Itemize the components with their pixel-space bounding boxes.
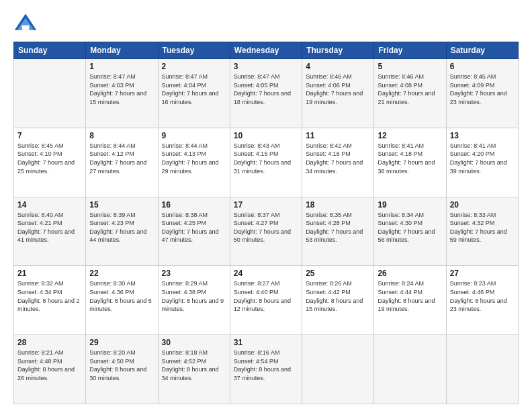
day-info: Sunrise: 8:35 AMSunset: 4:28 PMDaylight:… (306, 211, 370, 244)
calendar-cell: 10Sunrise: 8:43 AMSunset: 4:15 PMDayligh… (230, 128, 302, 197)
day-info: Sunrise: 8:23 AMSunset: 4:46 PMDaylight:… (450, 279, 515, 313)
day-info: Sunrise: 8:46 AMSunset: 4:08 PMDaylight:… (378, 73, 442, 106)
weekday-header: Monday (86, 42, 158, 59)
calendar-cell: 28Sunrise: 8:21 AMSunset: 4:48 PMDayligh… (14, 335, 86, 404)
day-number: 3 (234, 62, 298, 71)
calendar-cell: 16Sunrise: 8:38 AMSunset: 4:25 PMDayligh… (158, 197, 230, 266)
calendar-cell (302, 335, 374, 404)
day-info: Sunrise: 8:47 AMSunset: 4:05 PMDaylight:… (234, 73, 298, 106)
logo-icon (13, 11, 38, 35)
day-info: Sunrise: 8:40 AMSunset: 4:21 PMDaylight:… (17, 211, 82, 244)
day-number: 15 (89, 200, 154, 210)
weekday-header: Wednesday (230, 42, 302, 59)
day-number: 4 (306, 62, 370, 71)
day-info: Sunrise: 8:47 AMSunset: 4:04 PMDaylight:… (162, 73, 226, 106)
weekday-header: Thursday (302, 42, 374, 59)
calendar-cell: 6Sunrise: 8:45 AMSunset: 4:09 PMDaylight… (446, 59, 518, 128)
calendar-cell (374, 335, 446, 404)
calendar-cell: 30Sunrise: 8:18 AMSunset: 4:52 PMDayligh… (158, 335, 230, 404)
day-info: Sunrise: 8:26 AMSunset: 4:42 PMDaylight:… (306, 279, 370, 313)
day-number: 11 (306, 131, 370, 140)
calendar-cell: 19Sunrise: 8:34 AMSunset: 4:30 PMDayligh… (374, 197, 446, 266)
day-info: Sunrise: 8:33 AMSunset: 4:32 PMDaylight:… (450, 211, 515, 244)
day-number: 27 (450, 269, 515, 278)
day-info: Sunrise: 8:46 AMSunset: 4:06 PMDaylight:… (306, 73, 370, 106)
calendar-cell: 13Sunrise: 8:41 AMSunset: 4:20 PMDayligh… (446, 128, 518, 197)
day-info: Sunrise: 8:30 AMSunset: 4:36 PMDaylight:… (89, 279, 154, 313)
day-number: 31 (234, 338, 298, 347)
calendar-cell (446, 335, 518, 404)
calendar-cell: 31Sunrise: 8:16 AMSunset: 4:54 PMDayligh… (230, 335, 302, 404)
calendar-cell: 2Sunrise: 8:47 AMSunset: 4:04 PMDaylight… (158, 59, 230, 128)
day-number: 13 (450, 131, 515, 140)
day-number: 24 (234, 269, 298, 278)
calendar-body: 1Sunrise: 8:47 AMSunset: 4:03 PMDaylight… (14, 59, 519, 404)
day-info: Sunrise: 8:42 AMSunset: 4:16 PMDaylight:… (306, 142, 370, 175)
day-number: 19 (378, 200, 442, 210)
day-info: Sunrise: 8:47 AMSunset: 4:03 PMDaylight:… (89, 73, 154, 106)
day-number: 2 (162, 62, 226, 71)
day-number: 16 (162, 200, 226, 210)
day-info: Sunrise: 8:24 AMSunset: 4:44 PMDaylight:… (378, 279, 442, 313)
calendar-cell: 18Sunrise: 8:35 AMSunset: 4:28 PMDayligh… (302, 197, 374, 266)
day-info: Sunrise: 8:41 AMSunset: 4:18 PMDaylight:… (378, 142, 442, 175)
calendar-cell: 23Sunrise: 8:29 AMSunset: 4:38 PMDayligh… (158, 266, 230, 335)
day-info: Sunrise: 8:41 AMSunset: 4:20 PMDaylight:… (450, 142, 515, 175)
header (13, 11, 519, 35)
day-number: 21 (17, 269, 82, 278)
day-number: 25 (306, 269, 370, 278)
calendar-cell: 25Sunrise: 8:26 AMSunset: 4:42 PMDayligh… (302, 266, 374, 335)
calendar-week: 28Sunrise: 8:21 AMSunset: 4:48 PMDayligh… (14, 335, 519, 404)
day-number: 12 (378, 131, 442, 140)
day-number: 6 (450, 62, 515, 71)
calendar-week: 7Sunrise: 8:45 AMSunset: 4:10 PMDaylight… (14, 128, 519, 197)
day-number: 26 (378, 269, 442, 278)
weekday-header: Saturday (446, 42, 518, 59)
day-number: 29 (89, 338, 154, 347)
calendar-cell: 4Sunrise: 8:46 AMSunset: 4:06 PMDaylight… (302, 59, 374, 128)
page: SundayMondayTuesdayWednesdayThursdayFrid… (0, 0, 532, 411)
day-number: 1 (89, 62, 154, 71)
day-number: 17 (234, 200, 298, 210)
calendar-cell: 1Sunrise: 8:47 AMSunset: 4:03 PMDaylight… (86, 59, 158, 128)
day-info: Sunrise: 8:37 AMSunset: 4:27 PMDaylight:… (234, 211, 298, 244)
weekday-header: Sunday (14, 42, 86, 59)
day-number: 10 (234, 131, 298, 140)
calendar-week: 21Sunrise: 8:32 AMSunset: 4:34 PMDayligh… (14, 266, 519, 335)
calendar-cell: 17Sunrise: 8:37 AMSunset: 4:27 PMDayligh… (230, 197, 302, 266)
day-number: 23 (162, 269, 226, 278)
calendar-cell: 22Sunrise: 8:30 AMSunset: 4:36 PMDayligh… (86, 266, 158, 335)
day-number: 18 (306, 200, 370, 210)
calendar-week: 1Sunrise: 8:47 AMSunset: 4:03 PMDaylight… (14, 59, 519, 128)
calendar-cell: 20Sunrise: 8:33 AMSunset: 4:32 PMDayligh… (446, 197, 518, 266)
day-info: Sunrise: 8:45 AMSunset: 4:09 PMDaylight:… (450, 73, 515, 106)
day-info: Sunrise: 8:44 AMSunset: 4:12 PMDaylight:… (89, 142, 154, 175)
day-number: 14 (17, 200, 82, 210)
day-number: 22 (89, 269, 154, 278)
weekday-row: SundayMondayTuesdayWednesdayThursdayFrid… (14, 42, 519, 59)
calendar-cell: 27Sunrise: 8:23 AMSunset: 4:46 PMDayligh… (446, 266, 518, 335)
day-info: Sunrise: 8:29 AMSunset: 4:38 PMDaylight:… (162, 279, 226, 313)
logo (13, 11, 42, 35)
calendar-header: SundayMondayTuesdayWednesdayThursdayFrid… (14, 42, 519, 59)
calendar-cell: 3Sunrise: 8:47 AMSunset: 4:05 PMDaylight… (230, 59, 302, 128)
day-info: Sunrise: 8:34 AMSunset: 4:30 PMDaylight:… (378, 211, 442, 244)
day-info: Sunrise: 8:45 AMSunset: 4:10 PMDaylight:… (17, 142, 82, 175)
day-info: Sunrise: 8:21 AMSunset: 4:48 PMDaylight:… (17, 349, 82, 382)
calendar-cell: 9Sunrise: 8:44 AMSunset: 4:13 PMDaylight… (158, 128, 230, 197)
day-number: 28 (17, 338, 82, 347)
calendar-week: 14Sunrise: 8:40 AMSunset: 4:21 PMDayligh… (14, 197, 519, 266)
calendar-cell: 5Sunrise: 8:46 AMSunset: 4:08 PMDaylight… (374, 59, 446, 128)
day-info: Sunrise: 8:20 AMSunset: 4:50 PMDaylight:… (89, 349, 154, 382)
weekday-header: Tuesday (158, 42, 230, 59)
calendar-cell: 14Sunrise: 8:40 AMSunset: 4:21 PMDayligh… (14, 197, 86, 266)
svg-rect-2 (22, 26, 30, 30)
calendar-cell (14, 59, 86, 128)
day-info: Sunrise: 8:16 AMSunset: 4:54 PMDaylight:… (234, 349, 298, 382)
day-info: Sunrise: 8:44 AMSunset: 4:13 PMDaylight:… (162, 142, 226, 175)
calendar-cell: 29Sunrise: 8:20 AMSunset: 4:50 PMDayligh… (86, 335, 158, 404)
day-number: 5 (378, 62, 442, 71)
day-info: Sunrise: 8:32 AMSunset: 4:34 PMDaylight:… (17, 279, 82, 313)
weekday-header: Friday (374, 42, 446, 59)
day-info: Sunrise: 8:18 AMSunset: 4:52 PMDaylight:… (162, 349, 226, 382)
